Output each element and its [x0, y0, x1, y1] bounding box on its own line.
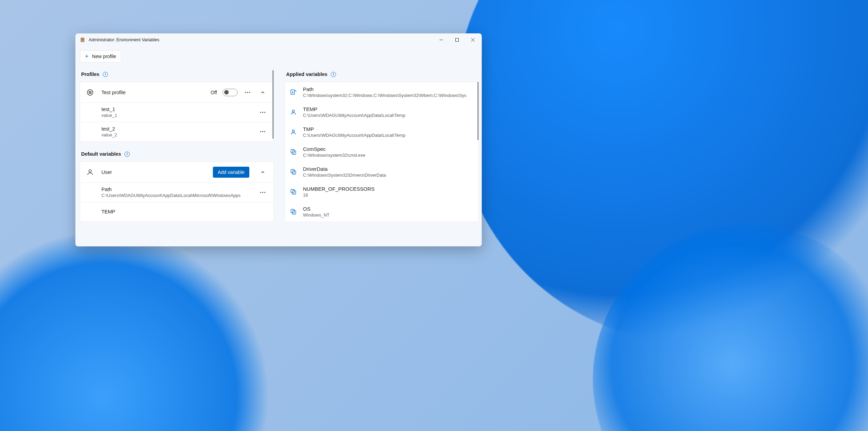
titlebar[interactable]: Administrator: Environment Variables — [76, 34, 481, 46]
svg-rect-24 — [291, 189, 294, 193]
svg-point-3 — [245, 92, 246, 93]
profiles-header: Profiles i — [80, 70, 274, 82]
variable-type-icon: A — [290, 89, 297, 96]
new-profile-label: New profile — [92, 54, 116, 59]
applied-variable-row[interactable]: DriverDataC:\Windows\System32\Drivers\Dr… — [285, 162, 478, 182]
profile-card: Test profile Off — [80, 82, 274, 142]
close-button[interactable] — [465, 34, 481, 45]
variable-type-icon — [290, 109, 297, 115]
app-window: Administrator: Environment Variables + N… — [75, 33, 482, 246]
variable-name: test_2 — [101, 126, 258, 132]
svg-rect-20 — [291, 150, 294, 153]
variable-name: ComSpec — [303, 146, 473, 152]
scrollbar-thumb[interactable] — [477, 82, 479, 140]
svg-rect-21 — [292, 151, 296, 154]
variable-more-button[interactable] — [258, 187, 268, 198]
svg-text:A: A — [292, 91, 294, 94]
variable-name: TMP — [303, 126, 473, 132]
svg-point-8 — [264, 112, 265, 113]
variable-name: DriverData — [303, 166, 473, 172]
profile-more-button[interactable] — [242, 87, 253, 98]
applied-variable-row[interactable]: TMPC:\Users\WDAGUtilityAccount\AppData\L… — [285, 122, 478, 142]
info-icon[interactable]: i — [331, 72, 336, 77]
applied-variable-row[interactable]: NUMBER_OF_PROCESSORS16 — [285, 182, 478, 202]
default-user-card: User Add variable — [80, 162, 274, 222]
svg-rect-27 — [292, 211, 296, 214]
default-variables-label: Default variables — [81, 151, 121, 157]
applied-variables-header: Applied variables i — [285, 70, 479, 82]
info-icon[interactable]: i — [124, 152, 130, 157]
variable-more-button[interactable] — [258, 126, 268, 137]
profile-icon — [86, 89, 94, 96]
variable-value: C:\Windows\system32;C:\Windows;C:\Window… — [303, 93, 473, 98]
svg-point-11 — [264, 131, 265, 132]
variable-more-button[interactable] — [258, 107, 268, 118]
applied-variable-row[interactable]: APathC:\Windows\system32;C:\Windows;C:\W… — [285, 82, 478, 102]
right-column: Applied variables i APathC:\Windows\syst… — [285, 70, 479, 246]
profile-collapse-button[interactable] — [258, 87, 268, 98]
applied-variables-card: APathC:\Windows\system32;C:\Windows;C:\W… — [285, 82, 479, 222]
toolbar: + New profile — [76, 46, 481, 64]
svg-rect-26 — [291, 209, 294, 213]
profile-name: Test profile — [101, 90, 211, 95]
variable-type-icon — [290, 168, 297, 175]
svg-rect-23 — [292, 171, 296, 174]
variable-name: test_1 — [101, 107, 258, 112]
applied-variable-row[interactable]: ComSpecC:\Windows\system32\cmd.exe — [285, 142, 478, 162]
profiles-label: Profiles — [81, 71, 99, 77]
svg-point-9 — [260, 131, 261, 132]
profile-variable-row[interactable]: test_1 value_1 — [80, 103, 273, 122]
svg-point-15 — [264, 192, 265, 193]
variable-value: value_2 — [101, 132, 258, 137]
profile-header-row[interactable]: Test profile Off — [80, 82, 273, 103]
default-variable-row[interactable]: Path C:\Users\WDAGUtilityAccount\AppData… — [80, 183, 273, 202]
variable-value: C:\Users\WDAGUtilityAccount\AppData\Loca… — [303, 133, 473, 138]
maximize-button[interactable] — [449, 34, 465, 45]
svg-point-5 — [249, 92, 250, 93]
svg-point-13 — [260, 192, 261, 193]
svg-point-7 — [262, 112, 263, 113]
variable-value: C:\Windows\System32\Drivers\DriverData — [303, 173, 473, 178]
variable-value: C:\Windows\system32\cmd.exe — [303, 153, 473, 158]
applied-variable-row[interactable]: TEMPC:\Users\WDAGUtilityAccount\AppData\… — [285, 102, 478, 122]
scrollbar-thumb[interactable] — [272, 70, 274, 139]
svg-rect-0 — [81, 38, 84, 42]
variable-name: Path — [101, 187, 258, 192]
user-icon — [86, 168, 94, 176]
svg-rect-1 — [456, 38, 459, 42]
profile-variable-row[interactable]: test_2 value_2 — [80, 122, 273, 141]
add-variable-button[interactable]: Add variable — [213, 167, 249, 178]
variable-value: C:\Users\WDAGUtilityAccount\AppData\Loca… — [101, 193, 258, 198]
default-user-header-row[interactable]: User Add variable — [80, 162, 273, 183]
variable-type-icon — [290, 129, 297, 135]
svg-point-14 — [262, 192, 263, 193]
svg-rect-22 — [291, 169, 294, 173]
user-label: User — [101, 169, 213, 175]
svg-point-19 — [292, 130, 294, 132]
new-profile-button[interactable]: + New profile — [80, 50, 121, 63]
variable-value: 16 — [303, 192, 473, 198]
svg-point-6 — [260, 112, 261, 113]
variable-name: Path — [303, 86, 473, 92]
variable-name: NUMBER_OF_PROCESSORS — [303, 186, 473, 192]
svg-point-4 — [247, 92, 248, 93]
minimize-button[interactable] — [433, 34, 449, 45]
svg-point-10 — [262, 131, 263, 132]
user-collapse-button[interactable] — [258, 167, 268, 177]
applied-variable-row[interactable]: OSWindows_NT — [285, 202, 478, 222]
variable-name: TEMP — [101, 209, 268, 214]
plus-icon: + — [85, 53, 89, 59]
app-icon — [80, 37, 85, 43]
applied-variables-label: Applied variables — [286, 71, 327, 77]
svg-point-12 — [89, 170, 91, 172]
variable-value: Windows_NT — [303, 212, 473, 218]
profile-toggle[interactable] — [223, 89, 238, 96]
svg-point-18 — [292, 110, 294, 112]
variable-name: OS — [303, 206, 473, 212]
info-icon[interactable]: i — [103, 72, 108, 77]
default-variable-row[interactable]: TEMP — [80, 202, 273, 221]
default-variables-header: Default variables i — [80, 150, 274, 162]
variable-type-icon — [290, 208, 297, 215]
svg-rect-25 — [292, 191, 296, 194]
variable-name: TEMP — [303, 106, 473, 112]
